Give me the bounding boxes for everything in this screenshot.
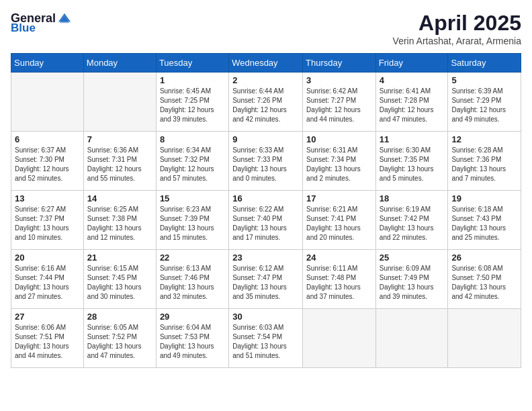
day-info: Sunrise: 6:36 AM Sunset: 7:31 PM Dayligh…: [87, 146, 152, 183]
day-info: Sunrise: 6:33 AM Sunset: 7:33 PM Dayligh…: [232, 146, 299, 183]
day-number: 17: [306, 193, 372, 203]
day-info: Sunrise: 6:41 AM Sunset: 7:28 PM Dayligh…: [380, 87, 445, 124]
day-number: 11: [380, 134, 445, 144]
day-info: Sunrise: 6:42 AM Sunset: 7:27 PM Dayligh…: [306, 87, 372, 124]
day-info: Sunrise: 6:21 AM Sunset: 7:41 PM Dayligh…: [306, 205, 372, 242]
calendar-cell: 10Sunrise: 6:31 AM Sunset: 7:34 PM Dayli…: [303, 132, 376, 191]
logo: General Blue: [11, 11, 72, 35]
day-number: 2: [232, 75, 299, 85]
calendar-cell: 21Sunrise: 6:15 AM Sunset: 7:45 PM Dayli…: [83, 250, 156, 309]
day-number: 21: [87, 253, 152, 263]
day-info: Sunrise: 6:30 AM Sunset: 7:35 PM Dayligh…: [380, 146, 445, 183]
day-number: 28: [87, 312, 152, 322]
col-header-monday: Monday: [83, 54, 156, 73]
calendar-cell: 22Sunrise: 6:13 AM Sunset: 7:46 PM Dayli…: [156, 250, 228, 309]
day-info: Sunrise: 6:27 AM Sunset: 7:37 PM Dayligh…: [15, 205, 80, 242]
day-number: 3: [306, 75, 372, 85]
day-number: 5: [451, 75, 517, 85]
col-header-tuesday: Tuesday: [156, 54, 228, 73]
day-info: Sunrise: 6:13 AM Sunset: 7:46 PM Dayligh…: [160, 264, 225, 302]
day-info: Sunrise: 6:22 AM Sunset: 7:40 PM Dayligh…: [232, 205, 299, 242]
day-number: 7: [87, 134, 152, 144]
day-number: 22: [160, 253, 225, 263]
day-info: Sunrise: 6:06 AM Sunset: 7:51 PM Dayligh…: [15, 323, 80, 361]
page-header: General Blue April 2025 Verin Artashat, …: [11, 11, 521, 46]
day-info: Sunrise: 6:04 AM Sunset: 7:53 PM Dayligh…: [160, 323, 225, 361]
day-number: 4: [380, 75, 445, 85]
day-number: 30: [232, 312, 299, 322]
page-title: April 2025: [393, 11, 521, 36]
day-info: Sunrise: 6:31 AM Sunset: 7:34 PM Dayligh…: [306, 146, 372, 183]
calendar-cell: [303, 309, 376, 368]
calendar-cell: 27Sunrise: 6:06 AM Sunset: 7:51 PM Dayli…: [11, 309, 84, 368]
calendar-table: SundayMondayTuesdayWednesdayThursdayFrid…: [11, 53, 521, 368]
day-info: Sunrise: 6:08 AM Sunset: 7:50 PM Dayligh…: [451, 264, 517, 302]
logo-icon: [57, 11, 72, 26]
calendar-cell: [375, 309, 448, 368]
day-number: 27: [15, 312, 80, 322]
day-number: 15: [160, 193, 225, 203]
calendar-cell: 6Sunrise: 6:37 AM Sunset: 7:30 PM Daylig…: [11, 132, 84, 191]
day-number: 19: [451, 193, 517, 203]
day-info: Sunrise: 6:45 AM Sunset: 7:25 PM Dayligh…: [160, 87, 225, 124]
title-area: April 2025 Verin Artashat, Ararat, Armen…: [393, 11, 521, 46]
calendar-cell: 18Sunrise: 6:19 AM Sunset: 7:42 PM Dayli…: [375, 191, 448, 250]
day-number: 25: [380, 253, 445, 263]
calendar-cell: 13Sunrise: 6:27 AM Sunset: 7:37 PM Dayli…: [11, 191, 84, 250]
calendar-cell: 28Sunrise: 6:05 AM Sunset: 7:52 PM Dayli…: [83, 309, 156, 368]
day-number: 29: [160, 312, 225, 322]
calendar-cell: 7Sunrise: 6:36 AM Sunset: 7:31 PM Daylig…: [83, 132, 156, 191]
day-number: 6: [15, 134, 80, 144]
day-info: Sunrise: 6:28 AM Sunset: 7:36 PM Dayligh…: [451, 146, 517, 183]
day-number: 18: [380, 193, 445, 203]
calendar-cell: 1Sunrise: 6:45 AM Sunset: 7:25 PM Daylig…: [156, 73, 228, 132]
calendar-cell: [11, 73, 84, 132]
calendar-cell: 2Sunrise: 6:44 AM Sunset: 7:26 PM Daylig…: [229, 73, 303, 132]
day-info: Sunrise: 6:37 AM Sunset: 7:30 PM Dayligh…: [15, 146, 80, 183]
calendar-cell: 23Sunrise: 6:12 AM Sunset: 7:47 PM Dayli…: [229, 250, 303, 309]
day-number: 10: [306, 134, 372, 144]
day-info: Sunrise: 6:25 AM Sunset: 7:38 PM Dayligh…: [87, 205, 152, 242]
col-header-saturday: Saturday: [448, 54, 521, 73]
col-header-thursday: Thursday: [303, 54, 376, 73]
day-number: 1: [160, 75, 225, 85]
calendar-cell: 17Sunrise: 6:21 AM Sunset: 7:41 PM Dayli…: [303, 191, 376, 250]
calendar-cell: 20Sunrise: 6:16 AM Sunset: 7:44 PM Dayli…: [11, 250, 84, 309]
calendar-cell: 30Sunrise: 6:03 AM Sunset: 7:54 PM Dayli…: [229, 309, 303, 368]
calendar-cell: 26Sunrise: 6:08 AM Sunset: 7:50 PM Dayli…: [448, 250, 521, 309]
day-number: 20: [15, 253, 80, 263]
calendar-cell: 9Sunrise: 6:33 AM Sunset: 7:33 PM Daylig…: [229, 132, 303, 191]
calendar-cell: 16Sunrise: 6:22 AM Sunset: 7:40 PM Dayli…: [229, 191, 303, 250]
day-info: Sunrise: 6:12 AM Sunset: 7:47 PM Dayligh…: [232, 264, 299, 302]
calendar-cell: 12Sunrise: 6:28 AM Sunset: 7:36 PM Dayli…: [448, 132, 521, 191]
calendar-cell: 3Sunrise: 6:42 AM Sunset: 7:27 PM Daylig…: [303, 73, 376, 132]
page-subtitle: Verin Artashat, Ararat, Armenia: [393, 36, 521, 46]
calendar-cell: 19Sunrise: 6:18 AM Sunset: 7:43 PM Dayli…: [448, 191, 521, 250]
day-number: 14: [87, 193, 152, 203]
calendar-cell: 4Sunrise: 6:41 AM Sunset: 7:28 PM Daylig…: [375, 73, 448, 132]
day-info: Sunrise: 6:44 AM Sunset: 7:26 PM Dayligh…: [232, 87, 299, 124]
calendar-cell: 29Sunrise: 6:04 AM Sunset: 7:53 PM Dayli…: [156, 309, 228, 368]
day-info: Sunrise: 6:05 AM Sunset: 7:52 PM Dayligh…: [87, 323, 152, 361]
day-info: Sunrise: 6:11 AM Sunset: 7:48 PM Dayligh…: [306, 264, 372, 302]
day-info: Sunrise: 6:39 AM Sunset: 7:29 PM Dayligh…: [451, 87, 517, 124]
calendar-cell: 15Sunrise: 6:23 AM Sunset: 7:39 PM Dayli…: [156, 191, 228, 250]
day-info: Sunrise: 6:16 AM Sunset: 7:44 PM Dayligh…: [15, 264, 80, 302]
calendar-cell: 8Sunrise: 6:34 AM Sunset: 7:32 PM Daylig…: [156, 132, 228, 191]
day-info: Sunrise: 6:19 AM Sunset: 7:42 PM Dayligh…: [380, 205, 445, 242]
day-info: Sunrise: 6:18 AM Sunset: 7:43 PM Dayligh…: [451, 205, 517, 242]
day-number: 13: [15, 193, 80, 203]
day-info: Sunrise: 6:03 AM Sunset: 7:54 PM Dayligh…: [232, 323, 299, 361]
col-header-wednesday: Wednesday: [229, 54, 303, 73]
day-info: Sunrise: 6:15 AM Sunset: 7:45 PM Dayligh…: [87, 264, 152, 302]
day-number: 23: [232, 253, 299, 263]
day-info: Sunrise: 6:34 AM Sunset: 7:32 PM Dayligh…: [160, 146, 225, 183]
calendar-cell: [448, 309, 521, 368]
day-number: 26: [451, 253, 517, 263]
day-info: Sunrise: 6:23 AM Sunset: 7:39 PM Dayligh…: [160, 205, 225, 242]
calendar-cell: 5Sunrise: 6:39 AM Sunset: 7:29 PM Daylig…: [448, 73, 521, 132]
calendar-cell: 14Sunrise: 6:25 AM Sunset: 7:38 PM Dayli…: [83, 191, 156, 250]
calendar-cell: [83, 73, 156, 132]
day-info: Sunrise: 6:09 AM Sunset: 7:49 PM Dayligh…: [380, 264, 445, 302]
day-number: 8: [160, 134, 225, 144]
